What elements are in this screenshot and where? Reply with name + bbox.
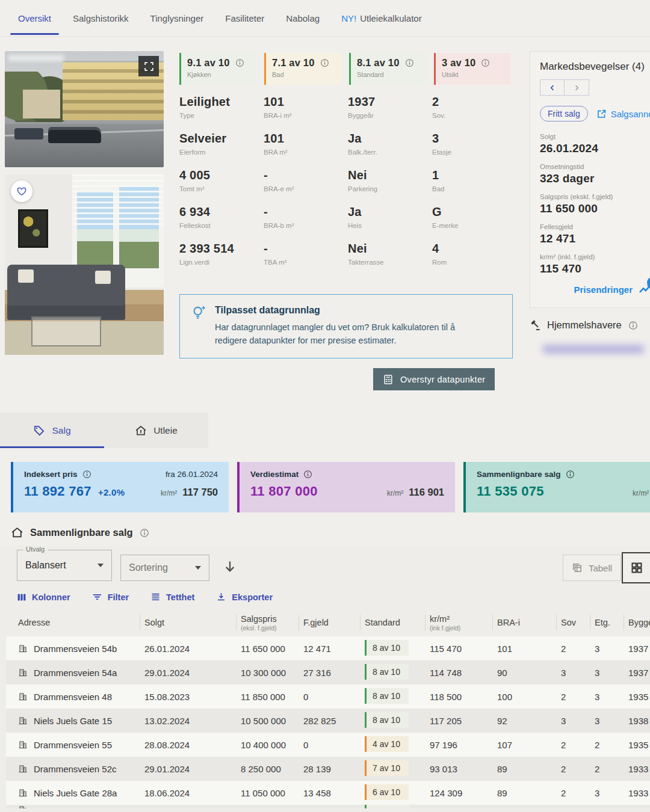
stat-date: fra 26.01.2024 [166,470,218,479]
info-icon[interactable] [235,58,244,67]
info-icon[interactable] [481,58,490,67]
market-field-label: Solgt [540,133,650,140]
table-row[interactable]: Drammensveien 48 15.08.2023 11 850 000 0… [6,684,650,709]
tab-nabolag[interactable]: Nabolag [286,0,320,36]
table-view-button[interactable]: Tabell [563,555,621,581]
score-label: Bad [272,71,336,78]
grid-view-button[interactable] [622,552,650,583]
col-header-solgt[interactable]: Solgt [140,609,236,636]
cell-bra: 92 [492,716,556,726]
tab-tinglysninger[interactable]: Tinglysninger [150,0,204,36]
columns-button[interactable]: Kolonner [17,592,70,602]
valuation-stat-cards: Indeksert pris fra 26.01.2024 11 892 767… [11,462,650,512]
cell-shared-debt: 0 [299,740,360,750]
detail-label: BRA-i m² [264,112,348,119]
sales-ad-link[interactable]: Salgsannonse [596,109,650,119]
table-row[interactable] [6,805,650,808]
sorting-dropdown[interactable]: Sortering [120,555,209,581]
tab-utleiekalkulator[interactable]: NY! Utleiekalkulator [341,0,422,36]
table-row[interactable]: Drammensveien 52c 29.01.2024 8 250 000 2… [6,757,650,781]
override-datapoints-label: Overstyr datapunkter [400,375,485,384]
col-header-adresse[interactable]: Adresse [6,609,140,636]
info-icon[interactable] [82,470,91,479]
detail-cell: NeiTakterrasse [348,242,432,266]
detail-value: 2 393 514 [179,242,264,256]
col-header-bra-i[interactable]: BRA-i [492,609,556,636]
fullscreen-button[interactable] [138,56,159,76]
market-field-label: Omsetningstid [540,163,650,170]
cell-build-year: 1933 [624,764,650,774]
detail-label: Sov. [432,112,516,119]
detail-value: - [264,242,348,256]
col-header-byggear[interactable]: Byggeår [624,609,650,636]
tab-salgshistorikk[interactable]: Salgshistorikk [73,0,129,36]
favorite-button[interactable] [11,180,32,202]
cell-price-per-sqm: 117 205 [425,716,492,726]
table-row[interactable]: Drammensveien 54b 26.01.2024 11 650 000 … [6,636,650,660]
standard-badge-bar [365,805,367,808]
score-value: 8.1 av 10 [357,57,400,69]
selection-dropdown[interactable]: Utvalg Balansert [17,550,112,581]
street-view-image[interactable] [5,51,164,167]
standard-badge: 4 av 10 [365,736,409,752]
detail-label: BRA-e m² [264,185,348,192]
table-row[interactable]: Niels Juels Gate 28a 18.06.2024 11 050 0… [6,781,650,805]
table-icon [572,562,583,573]
col-header-standard[interactable]: Standard [360,609,425,636]
cell-bedrooms: 2 [556,644,590,654]
cell-address: Niels Juels Gate 28a [34,788,117,798]
owners-section: Hjemmelshavere [530,319,638,331]
table-row[interactable]: Niels Juels Gate 15 13.02.2024 10 500 00… [6,709,650,733]
standard-badge-bar [365,784,367,800]
detail-cell: NeiParkering [348,168,432,192]
owner-name-redacted [543,345,644,354]
detail-value: 101 [264,95,348,109]
info-icon[interactable] [566,470,575,479]
col-header-sov[interactable]: Sov [556,609,590,636]
detail-label: Parkering [348,185,432,192]
price-changes-link[interactable]: Prisendringer 5 [540,283,650,296]
detail-cell: -BRA-b m² [264,205,348,229]
info-icon[interactable] [405,58,414,67]
tab-oversikt[interactable]: Oversikt [18,0,51,36]
export-button[interactable]: Eksporter [216,592,273,602]
next-button[interactable] [565,79,589,96]
tab-fasiliteter[interactable]: Fasiliteter [225,0,264,36]
col-header-etg[interactable]: Etg. [590,609,624,636]
interior-photo[interactable] [5,174,164,355]
col-label: Adresse [18,618,140,627]
override-datapoints-button[interactable]: Overstyr datapunkter [373,368,495,390]
info-icon[interactable] [628,321,638,330]
info-icon[interactable] [320,58,329,67]
density-button[interactable]: Tetthet [150,592,194,602]
table-row[interactable]: Drammensveien 55 28.08.2024 10 400 000 0… [6,733,650,757]
cell-shared-debt: 28 139 [299,764,360,774]
building-icon [18,764,28,774]
cell-sold-date: 13.02.2024 [140,716,236,726]
col-header-krm2[interactable]: kr/m²(ink f.gjeld) [425,609,492,636]
cell-bra: 89 [492,764,556,774]
info-icon[interactable] [303,470,312,479]
columns-icon [17,592,26,602]
tab-salg[interactable]: Salg [0,413,104,448]
col-header-salgspris[interactable]: Salgspris(eksl. f.gjeld) [236,609,299,636]
info-icon[interactable] [140,528,149,538]
col-label: BRA-i [497,618,556,627]
cell-price: 10 300 000 [236,668,299,678]
detail-value: - [264,168,348,182]
property-overview-page: Oversikt Salgshistorikk Tinglysninger Fa… [0,0,650,812]
tab-utleie[interactable]: Utleie [104,413,208,448]
detail-label: E-merke [432,222,516,229]
col-header-fgjeld[interactable]: F.gjeld [299,609,360,636]
detail-label: Rom [432,259,516,266]
sort-direction-button[interactable] [220,557,240,576]
cell-bedrooms: 2 [556,740,590,750]
cell-floor: 2 [590,764,624,774]
standard-badge-bar [365,664,367,680]
info-box-body: Har datagrunnlaget mangler du vet om? Br… [215,321,486,348]
filter-button[interactable]: Filter [92,592,129,602]
market-movements-title: Markedsbevegelser (4) [540,61,645,73]
previous-button[interactable] [540,79,565,96]
table-row[interactable]: Drammensveien 54a 29.01.2024 10 300 000 … [6,660,650,684]
detail-value: Ja [348,205,432,219]
